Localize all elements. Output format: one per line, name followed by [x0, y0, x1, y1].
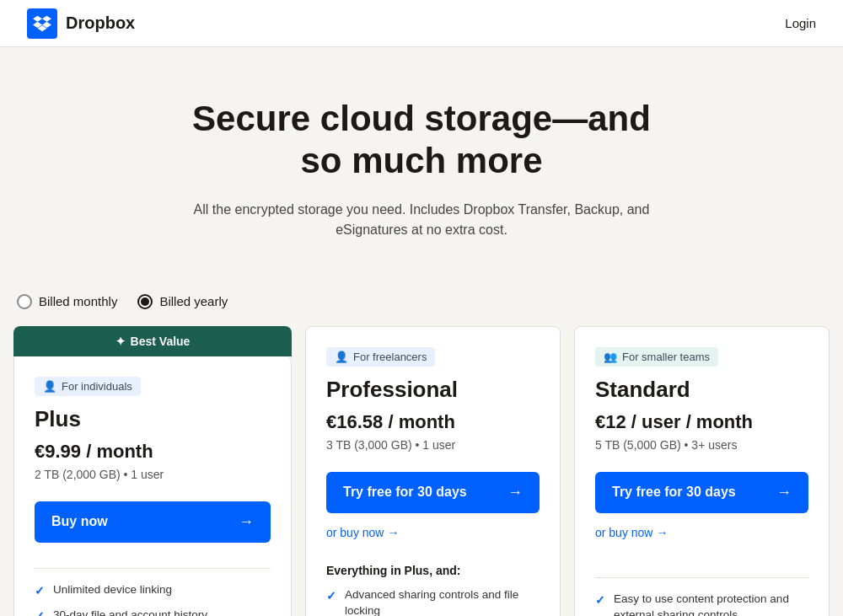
plan-card-plus: 👤 For individuals Plus €9.99 / month 2 T…: [13, 356, 292, 616]
plus-column: ✦ Best Value 👤 For individuals Plus €9.9…: [13, 326, 292, 616]
user-icon-pro: 👤: [335, 351, 348, 363]
login-button[interactable]: Login: [785, 16, 816, 30]
check-icon-1: ✓: [35, 583, 45, 600]
billing-yearly-radio[interactable]: [137, 294, 153, 309]
plus-cta-arrow: →: [239, 513, 254, 531]
user-icon: 👤: [43, 380, 56, 393]
logo-text: Dropbox: [66, 13, 135, 33]
hero-subtitle: All the encrypted storage you need. Incl…: [185, 200, 658, 240]
std-feature-1-text: Easy to use content protection and exter…: [614, 592, 808, 616]
plans-layout: ✦ Best Value 👤 For individuals Plus €9.9…: [13, 326, 830, 616]
professional-cta-button[interactable]: Try free for 30 days →: [326, 472, 540, 513]
professional-storage: 3 TB (3,000 GB) • 1 user: [326, 438, 540, 452]
standard-plan-name: Standard: [595, 377, 808, 403]
check-icon-2: ✓: [35, 608, 45, 616]
plus-tag-label: For individuals: [62, 380, 132, 393]
billing-yearly-option[interactable]: Billed yearly: [137, 294, 228, 309]
sparkle-icon: ✦: [115, 335, 126, 348]
plus-feature-2-text: 30-day file and account history: [53, 608, 207, 616]
professional-tag: 👤 For freelancers: [326, 347, 435, 367]
billing-monthly-label: Billed monthly: [39, 294, 117, 308]
check-icon-std-1: ✓: [595, 592, 605, 609]
logo-area: Dropbox: [27, 8, 135, 39]
professional-price: €16.58 / month: [326, 411, 540, 433]
plus-cta-button[interactable]: Buy now →: [35, 501, 271, 543]
plan-card-professional: 👤 For freelancers Professional €16.58 / …: [305, 326, 561, 616]
dropbox-logo-icon: [27, 8, 57, 39]
standard-or-buy-now-arrow: →: [656, 526, 668, 539]
plus-feature-2: ✓ 30-day file and account history: [35, 608, 271, 616]
plus-tag: 👤 For individuals: [35, 377, 141, 396]
standard-cta-arrow: →: [776, 484, 792, 501]
professional-cta-arrow: →: [507, 484, 523, 501]
billing-toggle: Billed monthly Billed yearly: [0, 274, 843, 326]
best-value-label: Best Value: [131, 335, 191, 348]
professional-features-header: Everything in Plus, and:: [326, 564, 540, 577]
billing-yearly-label: Billed yearly: [159, 294, 228, 308]
standard-tag: 👥 For smaller teams: [595, 347, 718, 367]
billing-monthly-option[interactable]: Billed monthly: [17, 294, 117, 309]
professional-or-buy-now[interactable]: or buy now →: [326, 526, 399, 540]
pro-feature-1-text: Advanced sharing controls and file locki…: [345, 587, 540, 616]
plan-card-standard: 👥 For smaller teams Standard €12 / user …: [574, 326, 830, 616]
hero-title: Secure cloud storage—and so much more: [185, 98, 658, 183]
professional-or-buy-now-arrow: →: [387, 526, 399, 539]
team-icon: 👥: [604, 351, 617, 363]
professional-plan-name: Professional: [326, 377, 540, 403]
plus-plan-name: Plus: [35, 406, 271, 432]
plus-cta-label: Buy now: [51, 514, 108, 529]
professional-cta-label: Try free for 30 days: [343, 485, 467, 500]
plans-wrapper: ✦ Best Value 👤 For individuals Plus €9.9…: [0, 326, 843, 616]
standard-or-buy-now[interactable]: or buy now →: [595, 526, 668, 540]
std-feature-1: ✓ Easy to use content protection and ext…: [595, 592, 808, 616]
plus-divider: [35, 568, 271, 569]
site-header: Dropbox Login: [0, 0, 843, 47]
professional-tag-label: For freelancers: [353, 351, 427, 363]
standard-or-buy-now-label: or buy now: [595, 526, 652, 539]
professional-features: ✓ Advanced sharing controls and file loc…: [326, 587, 540, 616]
professional-or-buy-now-label: or buy now: [326, 526, 384, 539]
standard-price: €12 / user / month: [595, 411, 808, 433]
standard-storage: 5 TB (5,000 GB) • 3+ users: [595, 438, 808, 452]
plus-features: ✓ Unlimited device linking ✓ 30-day file…: [35, 582, 271, 616]
standard-cta-button[interactable]: Try free for 30 days →: [595, 472, 808, 513]
plus-price: €9.99 / month: [35, 441, 271, 463]
billing-monthly-radio[interactable]: [17, 294, 32, 309]
standard-cta-label: Try free for 30 days: [612, 485, 736, 500]
plus-feature-1: ✓ Unlimited device linking: [35, 582, 271, 600]
plus-storage: 2 TB (2,000 GB) • 1 user: [35, 468, 271, 481]
plus-feature-1-text: Unlimited device linking: [53, 582, 172, 598]
billing-yearly-radio-fill: [141, 297, 149, 306]
standard-features: ✓ Easy to use content protection and ext…: [595, 592, 808, 616]
best-value-banner: ✦ Best Value: [13, 326, 292, 356]
standard-divider: [595, 577, 808, 578]
pro-feature-1: ✓ Advanced sharing controls and file loc…: [326, 587, 540, 616]
check-icon-pro-1: ✓: [326, 588, 336, 605]
standard-tag-label: For smaller teams: [622, 351, 710, 363]
hero-section: Secure cloud storage—and so much more Al…: [0, 47, 843, 274]
